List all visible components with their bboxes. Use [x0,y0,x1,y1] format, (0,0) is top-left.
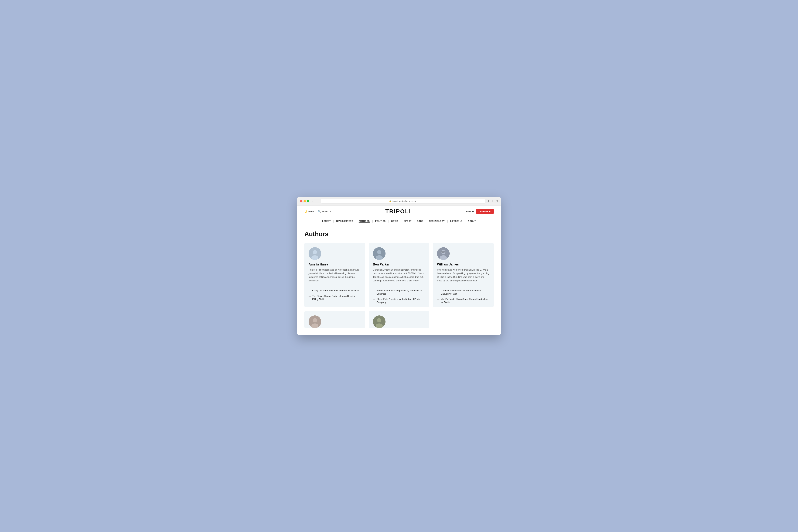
share-icon[interactable]: ⬆ [488,200,490,203]
article-list-ben: — Barack Obama Accompanied by Members of… [373,289,425,304]
dash-icon: — [437,289,439,292]
header-right: SIGN IN Subscribe [466,209,494,214]
author-divider-ben [373,286,425,286]
svg-point-1 [313,250,317,254]
traffic-lights [300,200,309,202]
grid-icon[interactable]: ⊞ [496,200,498,203]
search-icon: 🔍 [318,210,321,213]
article-list-amelia: — Cruxy O'Connor and the Central Park Am… [309,289,361,301]
address-bar[interactable]: 🔒 tripoli.aspirethemes.com [321,199,486,204]
site-header: 🌙 DARK 🔍 SEARCH TRIPOLI SIGN IN Subscrib… [297,206,501,217]
nav-item-technology[interactable]: TECHNOLOGY [426,219,447,223]
lock-icon: 🔒 [389,200,392,202]
svg-point-13 [313,318,317,322]
nav-item-latest[interactable]: LATEST [320,219,333,223]
dash-icon: — [309,289,311,292]
dark-mode-button[interactable]: 🌙 DARK [304,210,315,213]
svg-point-4 [377,250,381,254]
author-bio-amelia: Hunter S. Thompson was an American autho… [309,268,361,283]
article-list-william: — A 'Silent Victim': How Nature Becomes … [437,289,489,304]
search-button[interactable]: 🔍 SEARCH [318,210,331,213]
author-card-amelia: Amelia Harry Hunter S. Thompson was an A… [304,243,365,307]
dash-icon: — [373,298,375,301]
nav-item-authors[interactable]: AUTHORS [356,219,372,223]
svg-point-16 [377,318,381,322]
author-divider-william [437,286,489,286]
nav-item-sport[interactable]: SPORT [401,219,414,223]
header-left: 🌙 DARK 🔍 SEARCH [304,210,331,213]
author-divider-amelia [309,286,361,286]
nav-item-lifestyle[interactable]: LIFESTYLE [448,219,465,223]
article-link[interactable]: Barack Obama Accompanied by Members of C… [377,289,425,296]
browser-nav: ‹ › [311,199,319,203]
browser-chrome: ‹ › 🔒 tripoli.aspirethemes.com ⬆ + ⊞ [297,196,501,206]
dash-icon: — [437,298,439,301]
dash-icon: — [373,289,375,292]
site-logo[interactable]: TRIPOLI [385,208,411,215]
main-content: Authors Amelia Harry Hunter S. Thompson … [297,225,501,336]
avatar-amelia[interactable] [309,247,321,260]
site-content: 🌙 DARK 🔍 SEARCH TRIPOLI SIGN IN Subscrib… [297,206,501,336]
nav-item-about[interactable]: ABOUT [466,219,478,223]
avatar-partial1[interactable] [309,316,321,328]
article-link[interactable]: Cruxy O'Connor and the Central Park Ambu… [312,289,359,292]
maximize-button[interactable] [307,200,309,202]
author-bio-ben: Canadian-American journalist Peter Jenni… [373,268,425,283]
minimize-button[interactable] [304,200,306,202]
url-text: tripoli.aspirethemes.com [393,200,417,203]
author-bio-william: Civil rights and women's rights activist… [437,268,489,283]
author-card-partial-1 [304,311,365,328]
article-item: — Barack Obama Accompanied by Members of… [373,289,425,296]
nav-item-food[interactable]: FOOD [415,219,426,223]
back-button[interactable]: ‹ [311,199,314,203]
new-tab-icon[interactable]: + [492,200,493,203]
moon-icon: 🌙 [304,210,307,213]
article-link[interactable]: The Story of Man's Body Left on a Russia… [312,294,361,301]
browser-actions: ⬆ + ⊞ [488,200,498,203]
article-item: — Cruxy O'Connor and the Central Park Am… [309,289,361,292]
article-link[interactable]: A 'Silent Victim': How Nature Becomes a … [441,289,489,296]
page-title: Authors [304,230,494,238]
article-item: — Musk's Ties to China Could Create Head… [437,298,489,304]
author-name-william[interactable]: William James [437,263,489,266]
forward-button[interactable]: › [316,199,319,203]
article-link[interactable]: Musk's Ties to China Could Create Headac… [441,298,489,304]
author-name-amelia[interactable]: Amelia Harry [309,263,361,266]
avatar-william[interactable] [437,247,450,260]
authors-grid: Amelia Harry Hunter S. Thompson was an A… [304,243,494,307]
dash-icon: — [309,295,311,298]
nav-item-covid[interactable]: COVID [389,219,401,223]
subscribe-button[interactable]: Subscribe [476,209,494,214]
avatar-partial2[interactable] [373,316,385,328]
sign-in-button[interactable]: SIGN IN [466,210,474,213]
avatar-ben[interactable] [373,247,385,260]
author-card-ben: Ben Parker Canadian-American journalist … [369,243,430,307]
browser-window: ‹ › 🔒 tripoli.aspirethemes.com ⬆ + ⊞ 🌙 D… [297,196,501,336]
article-item: — The Story of Man's Body Left on a Russ… [309,294,361,301]
author-card-partial-2 [369,311,430,328]
authors-grid-partial [304,311,494,328]
author-name-ben[interactable]: Ben Parker [373,263,425,266]
nav-item-newsletters[interactable]: NEWSLETTERS [334,219,356,223]
nav-item-politics[interactable]: POLITICS [373,219,388,223]
article-link[interactable]: Glass-Plate Negative by the National Pho… [377,298,425,304]
article-item: — Glass-Plate Negative by the National P… [373,298,425,304]
close-button[interactable] [300,200,302,202]
article-item: — A 'Silent Victim': How Nature Becomes … [437,289,489,296]
site-nav: LATEST | NEWSLETTERS | AUTHORS | POLITIC… [297,217,501,225]
author-card-william: William James Civil rights and women's r… [433,243,494,307]
